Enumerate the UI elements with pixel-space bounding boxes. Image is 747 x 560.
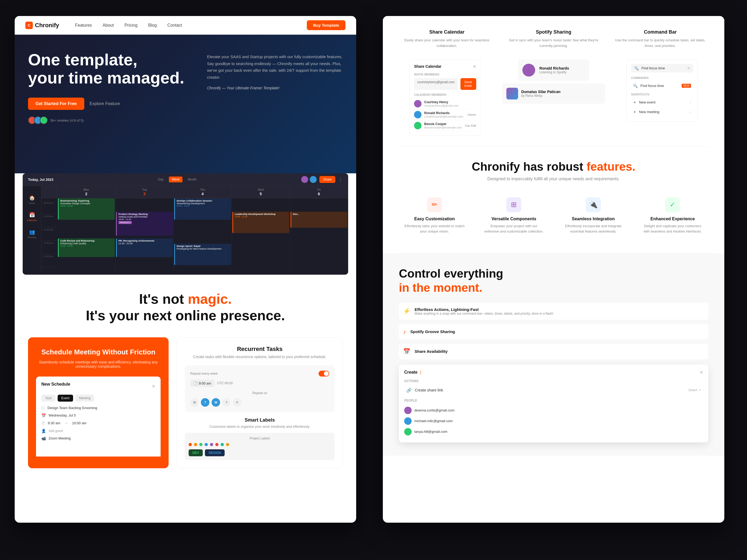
person-avatar-1 bbox=[404, 407, 412, 414]
sidebar-home[interactable]: 🏠 Home bbox=[23, 191, 41, 208]
hero-section: One template, your time managed. Get Sta… bbox=[15, 35, 356, 174]
customization-icon: ✏ bbox=[427, 197, 442, 212]
cal-user-avatar-1 bbox=[301, 176, 308, 183]
cal-share-button[interactable]: Share bbox=[319, 176, 335, 183]
buy-template-button[interactable]: Buy Template bbox=[307, 20, 345, 30]
sidebar-meeting[interactable]: 👥 Meeting bbox=[23, 225, 41, 242]
recurrent-title: Recurrent Tasks bbox=[185, 346, 335, 352]
recurrent-desc: Create tasks with flexible recurrence op… bbox=[185, 355, 335, 359]
command-find-focus[interactable]: 🔍 Find focus time NEW bbox=[631, 82, 693, 90]
nav-contact[interactable]: Contact bbox=[167, 23, 182, 28]
create-close-icon[interactable]: ✕ bbox=[699, 370, 703, 375]
label-dots bbox=[189, 443, 331, 446]
form-tab-meeting[interactable]: Meeting bbox=[75, 395, 94, 402]
spotify-title: Spotify Sharing bbox=[506, 29, 601, 35]
create-header: Create | ✕ bbox=[404, 370, 703, 375]
command-bar-desc: Use the command bar to quickly schedule … bbox=[612, 37, 708, 49]
cal-menu-icon[interactable]: ⋮ bbox=[338, 177, 343, 182]
cal-day-fri: Fri6 bbox=[290, 186, 348, 198]
robust-col-title-2: Versatile Components bbox=[484, 216, 544, 221]
person-email-3: tanya.hill@gmail.com bbox=[414, 430, 447, 434]
day-tue[interactable]: T bbox=[201, 398, 209, 407]
spotify-name: Ronald Richards bbox=[539, 66, 585, 71]
form-tab-event[interactable]: Event bbox=[58, 395, 73, 402]
event-devops[interactable]: DevOps Collaboration Session: Streamlini… bbox=[174, 198, 231, 220]
time-start-badge: 🕐 9:00 am bbox=[190, 380, 214, 387]
feature-spotify: Spotify Sharing Get in sync with your te… bbox=[506, 29, 601, 49]
event-brainstorm[interactable]: Brainstorming: Exploring Innovative Desi… bbox=[58, 198, 115, 220]
command-close-icon[interactable]: ✕ bbox=[687, 66, 690, 70]
day-mon[interactable]: M bbox=[190, 398, 199, 407]
schedule-meeting-card: Schedule Meeting Without Friction Seamle… bbox=[28, 337, 169, 468]
day-fri[interactable]: F bbox=[233, 398, 241, 407]
invite-input[interactable]: courtneyherry@gmail.com bbox=[414, 78, 458, 90]
sidebar-calendar[interactable]: 📅 Calendar bbox=[23, 208, 41, 225]
robust-enhanced: ✓ Enhanced Experience Delight and captiv… bbox=[637, 192, 709, 240]
day-thu[interactable]: T bbox=[222, 398, 231, 407]
create-select-text[interactable]: Select ↗ bbox=[688, 388, 701, 392]
feat-availability-title: Share Availability bbox=[415, 349, 448, 354]
event-dev-leadership[interactable]: Dev... bbox=[290, 212, 347, 228]
form-tab-task[interactable]: Task bbox=[41, 395, 55, 402]
send-invite-button[interactable]: Send Invite bbox=[461, 78, 476, 90]
event-col-wed: Leadership Development Workshop 10:00 - … bbox=[232, 198, 290, 274]
robust-easy-customization: ✏ Easy Customization Effortlessly tailor… bbox=[399, 192, 470, 240]
logo[interactable]: C Chronify bbox=[25, 22, 59, 29]
invite-label: Invite Members bbox=[414, 73, 476, 76]
chip-design[interactable]: DESIGN bbox=[205, 449, 225, 456]
schedule-form: New Schedule ✕ Task Event Meeting ☐ Desi… bbox=[36, 376, 161, 456]
event-product-strategy[interactable]: Product Strategy Meeting: Setting Goals … bbox=[116, 212, 173, 236]
robust-grid: ✏ Easy Customization Effortlessly tailor… bbox=[399, 192, 708, 240]
shortcut-new-event[interactable]: ✦ New event › bbox=[631, 98, 693, 107]
share-cal-close-icon[interactable]: ✕ bbox=[473, 64, 476, 69]
hero-left: One template, your time managed. Get Sta… bbox=[28, 51, 191, 124]
cal-tab-week[interactable]: Week bbox=[169, 177, 182, 182]
person-tanya: tanya.hill@gmail.com bbox=[404, 426, 703, 437]
toggle-switch[interactable] bbox=[318, 371, 329, 376]
dot-green bbox=[199, 443, 203, 446]
search-icon: 🔍 bbox=[634, 66, 639, 71]
event-design-sprint[interactable]: Design Sprint: Rapid Prototyping for New… bbox=[174, 244, 231, 265]
share-cal-mock: Share Calendar ✕ Invite Members courtney… bbox=[410, 59, 481, 136]
repeat-days: M T W T F bbox=[190, 398, 329, 407]
person-avatar-3 bbox=[404, 428, 412, 435]
new-meeting-icon: ✦ bbox=[633, 110, 636, 114]
event-leadership[interactable]: Leadership Development Workshop 10:00 - … bbox=[232, 212, 289, 233]
member-role-2: Owner bbox=[467, 113, 476, 116]
features-top-grid: Share Calendar Easily share your calenda… bbox=[399, 29, 708, 49]
schedule-card-title: Schedule Meeting Without Friction bbox=[36, 348, 161, 356]
member-name-2: Ronald Richards bbox=[424, 111, 465, 115]
nav-pricing[interactable]: Pricing bbox=[124, 23, 137, 28]
cal-day-wed: Wed5 bbox=[232, 186, 290, 198]
create-share-link-item[interactable]: 🔗 Create share link Select ↗ bbox=[404, 385, 703, 395]
event-code-review[interactable]: Code Review and Refactoring: Enhancing C… bbox=[58, 238, 115, 257]
command-search-text[interactable]: Find focus time bbox=[641, 66, 685, 70]
robust-versatile: ⊞ Versatile Components Empower your proj… bbox=[478, 192, 550, 240]
shortcut-new-meeting[interactable]: ✦ New meeting › bbox=[631, 108, 693, 116]
nav-features[interactable]: Features bbox=[75, 23, 92, 28]
cal-tab-day[interactable]: Day bbox=[155, 177, 166, 182]
member-role-3: Can Edit bbox=[465, 124, 476, 127]
nav-about[interactable]: About bbox=[103, 23, 114, 28]
actions-section-label: Actions bbox=[404, 379, 703, 383]
share-calendar-mock-container: Share Calendar ✕ Invite Members courtney… bbox=[393, 59, 497, 138]
person-avatar-2 bbox=[404, 417, 412, 425]
schedule-cards: Schedule Meeting Without Friction Seamle… bbox=[28, 337, 343, 468]
command-bar-mock-container: 🔍 Find focus time ✕ Commands 🔍 Find focu… bbox=[611, 59, 714, 138]
cal-tab-month[interactable]: Month bbox=[185, 177, 199, 182]
form-close-icon[interactable]: ✕ bbox=[152, 384, 155, 389]
explore-link[interactable]: Explore Feature bbox=[89, 101, 120, 106]
get-started-button[interactable]: Get Started For Free bbox=[28, 98, 84, 110]
day-wed[interactable]: W bbox=[211, 398, 220, 407]
nav-blog[interactable]: Blog bbox=[148, 23, 157, 28]
feature-command-bar: Command Bar Use the command bar to quick… bbox=[612, 29, 708, 49]
new-badge: NEW bbox=[681, 84, 691, 88]
cal-date: Today, Jul 2023 bbox=[28, 178, 53, 182]
toggle-label: Repeat every week bbox=[190, 372, 218, 375]
event-pr[interactable]: PR: Recognizing Achievements 11:00 - 01:… bbox=[116, 238, 173, 257]
shortcut-arrow-1: › bbox=[690, 101, 691, 104]
dot-blue bbox=[205, 443, 208, 446]
chip-dev[interactable]: DEV bbox=[189, 449, 203, 456]
share-cal-header: Share Calendar ✕ bbox=[414, 64, 476, 69]
form-guest-text: Add guest bbox=[49, 429, 63, 433]
